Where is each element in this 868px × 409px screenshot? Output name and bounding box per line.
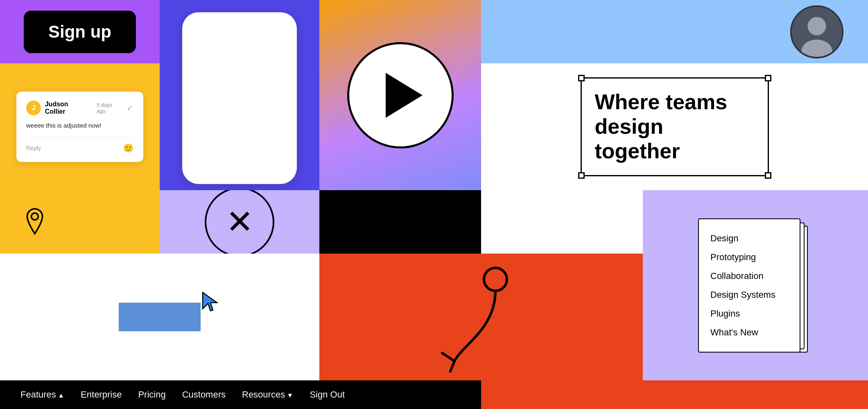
comment-header: J Judson Collier 5 days ago ✓	[26, 101, 133, 115]
reply-label[interactable]: Reply	[26, 145, 41, 151]
tagline-section: Where teams design together	[481, 63, 868, 190]
feature-item-design[interactable]: Design	[710, 229, 788, 248]
black-spacer	[319, 190, 481, 254]
location-section	[0, 190, 160, 254]
arrow-tool-group	[119, 303, 201, 331]
svg-point-3	[32, 213, 38, 220]
tagline-text: Where teams design together	[595, 90, 755, 163]
feature-item-prototyping[interactable]: Prototyping	[710, 248, 788, 267]
avatar-section	[481, 0, 868, 63]
curved-arrow-icon	[430, 255, 532, 379]
feature-item-collaboration[interactable]: Collaboration	[710, 267, 788, 285]
comment-divider	[26, 137, 133, 137]
comment-author: Judson Collier	[45, 101, 90, 115]
comment-card: J Judson Collier 5 days ago ✓ weeee this…	[16, 92, 143, 162]
svg-marker-4	[203, 292, 217, 311]
check-icon: ✓	[127, 103, 133, 113]
comment-time: 5 days ago	[97, 102, 122, 114]
emoji-icon: 🙂	[123, 143, 133, 153]
frame-corner-tr	[765, 75, 771, 81]
nav-pricing[interactable]: Pricing	[138, 389, 165, 400]
comment-avatar: J	[26, 101, 41, 115]
signup-button[interactable]: Sign up	[24, 11, 136, 53]
nav-features[interactable]: Features	[20, 389, 64, 400]
comment-body: weeee this is adjusted now!	[26, 121, 133, 130]
nav-signout[interactable]: Sign Out	[310, 389, 345, 400]
play-button[interactable]	[347, 42, 454, 148]
svg-point-5	[484, 268, 507, 291]
play-icon	[386, 73, 423, 118]
tagline-frame: Where teams design together	[581, 77, 769, 176]
nav-resources[interactable]: Resources	[242, 389, 293, 400]
frame-corner-tl	[578, 75, 585, 81]
nav-enterprise[interactable]: Enterprise	[81, 389, 122, 400]
phone-mockup-section	[160, 0, 319, 190]
feature-list-card: Design Prototyping Collaboration Design …	[698, 218, 800, 353]
signup-section: Sign up	[0, 0, 160, 63]
location-pin-icon	[20, 207, 49, 237]
avatar	[790, 5, 843, 58]
feature-list-container: Design Prototyping Collaboration Design …	[698, 218, 813, 353]
phone-mockup	[182, 12, 297, 184]
curved-arrow-section	[319, 254, 643, 380]
arrow-tool-section	[0, 254, 319, 380]
orange-bottom-right	[481, 380, 868, 409]
svg-point-1	[807, 17, 826, 35]
feature-item-whats-new[interactable]: What's New	[710, 323, 788, 342]
video-section	[319, 0, 481, 190]
cursor-arrow-icon	[201, 290, 225, 317]
x-icon: ✕	[226, 206, 253, 238]
x-section: ✕	[160, 190, 319, 254]
feature-item-plugins[interactable]: Plugins	[710, 304, 788, 323]
feature-list-section: Design Prototyping Collaboration Design …	[643, 190, 868, 380]
frame-corner-br	[765, 172, 771, 179]
blue-rectangle	[119, 303, 201, 331]
nav-customers[interactable]: Customers	[182, 389, 226, 400]
close-circle-icon[interactable]: ✕	[205, 190, 274, 254]
frame-corner-bl	[578, 172, 585, 179]
nav-bar: Features Enterprise Pricing Customers Re…	[0, 380, 481, 409]
feature-item-design-systems[interactable]: Design Systems	[710, 285, 788, 304]
comment-reply-area: Reply 🙂	[26, 143, 133, 153]
comment-section: J Judson Collier 5 days ago ✓ weeee this…	[0, 63, 160, 190]
